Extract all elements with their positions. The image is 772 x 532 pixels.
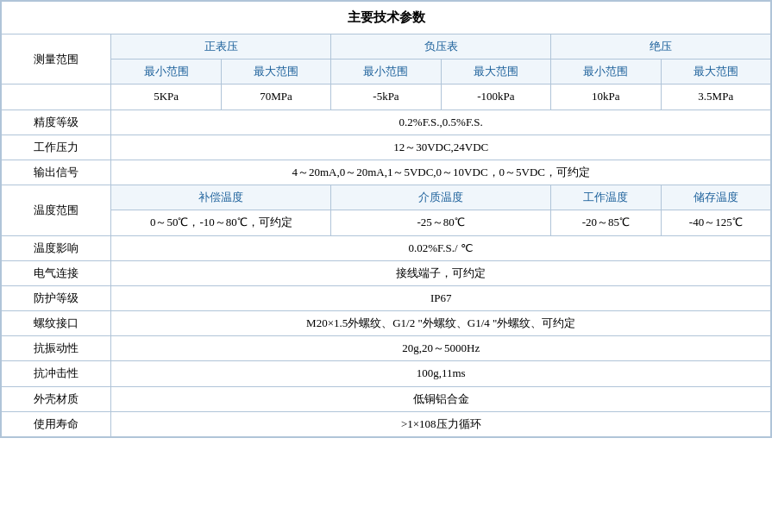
- output-signal-row: 输出信号 4～20mA,0～20mA,1～5VDC,0～10VDC，0～5VDC…: [2, 160, 771, 185]
- temp-effect-label: 温度影响: [2, 235, 111, 260]
- output-signal-label: 输出信号: [2, 160, 111, 185]
- measurement-range-label-spacer: [2, 84, 111, 110]
- medium-temp-value: -25～80℃: [331, 210, 551, 235]
- temperature-range-label: 温度范围: [2, 185, 111, 235]
- temp-effect-row: 温度影响 0.02%F.S./ ℃: [2, 235, 771, 260]
- abs-max-value: 3.5MPa: [661, 84, 770, 110]
- measurement-range-label: 测量范围: [2, 34, 111, 84]
- pos-max-value: 70MPa: [221, 84, 330, 110]
- negative-pressure-header: 负压表: [331, 34, 551, 59]
- working-temp-header: 工作温度: [551, 185, 661, 210]
- temp-effect-value: 0.02%F.S./ ℃: [111, 235, 771, 260]
- thread-value: M20×1.5外螺纹、G1/2 "外螺纹、G1/4 "外螺纹、可约定: [111, 311, 771, 336]
- neg-max-label: 最大范围: [441, 59, 550, 84]
- neg-min-label: 最小范围: [331, 59, 441, 84]
- housing-value: 低铜铝合金: [111, 386, 771, 411]
- neg-max-value: -100kPa: [441, 84, 550, 110]
- accuracy-row: 精度等级 0.2%F.S.,0.5%F.S.: [2, 110, 771, 135]
- working-pressure-label: 工作压力: [2, 135, 111, 160]
- working-pressure-value: 12～30VDC,24VDC: [111, 135, 771, 160]
- temp-values-row: 0～50℃，-10～80℃，可约定 -25～80℃ -20～85℃ -40～12…: [2, 210, 771, 235]
- pos-min-value: 5KPa: [111, 84, 221, 110]
- abs-max-label: 最大范围: [661, 59, 770, 84]
- pos-max-label: 最大范围: [221, 59, 330, 84]
- absolute-pressure-header: 绝压: [551, 34, 771, 59]
- protection-label: 防护等级: [2, 285, 111, 310]
- lifetime-row: 使用寿命 >1×108压力循环: [2, 411, 771, 436]
- vibration-value: 20g,20～5000Hz: [111, 336, 771, 361]
- protection-value: IP67: [111, 285, 771, 310]
- abs-min-value: 10kPa: [551, 84, 661, 110]
- storage-temp-header: 储存温度: [661, 185, 770, 210]
- measurement-values-row: 5KPa 70MPa -5kPa -100kPa 10kPa 3.5MPa: [2, 84, 771, 110]
- thread-label: 螺纹接口: [2, 311, 111, 336]
- abs-min-label: 最小范围: [551, 59, 661, 84]
- lifetime-value: >1×108压力循环: [111, 411, 771, 436]
- electrical-label: 电气连接: [2, 260, 111, 285]
- neg-min-value: -5kPa: [331, 84, 441, 110]
- vibration-label: 抗振动性: [2, 336, 111, 361]
- electrical-row: 电气连接 接线端子，可约定: [2, 260, 771, 285]
- positive-pressure-header: 正表压: [111, 34, 331, 59]
- working-temp-value: -20～85℃: [551, 210, 661, 235]
- shock-label: 抗冲击性: [2, 361, 111, 386]
- housing-label: 外壳材质: [2, 386, 111, 411]
- comp-temp-value: 0～50℃，-10～80℃，可约定: [111, 210, 331, 235]
- accuracy-label: 精度等级: [2, 110, 111, 135]
- accuracy-value: 0.2%F.S.,0.5%F.S.: [111, 110, 771, 135]
- temp-type-header: 温度范围 补偿温度 介质温度 工作温度 储存温度: [2, 185, 771, 210]
- thread-row: 螺纹接口 M20×1.5外螺纹、G1/2 "外螺纹、G1/4 "外螺纹、可约定: [2, 311, 771, 336]
- pressure-type-header: 测量范围 正表压 负压表 绝压: [2, 34, 771, 59]
- shock-value: 100g,11ms: [111, 361, 771, 386]
- working-pressure-row: 工作压力 12～30VDC,24VDC: [2, 135, 771, 160]
- storage-temp-value: -40～125℃: [661, 210, 770, 235]
- housing-row: 外壳材质 低铜铝合金: [2, 386, 771, 411]
- medium-temp-header: 介质温度: [331, 185, 551, 210]
- pos-min-label: 最小范围: [111, 59, 221, 84]
- shock-row: 抗冲击性 100g,11ms: [2, 361, 771, 386]
- title-row: 主要技术参数: [2, 2, 771, 34]
- output-signal-value: 4～20mA,0～20mA,1～5VDC,0～10VDC，0～5VDC，可约定: [111, 160, 771, 185]
- protection-row: 防护等级 IP67: [2, 285, 771, 310]
- vibration-row: 抗振动性 20g,20～5000Hz: [2, 336, 771, 361]
- compensation-temp-header: 补偿温度: [111, 185, 331, 210]
- min-max-header: 最小范围 最大范围 最小范围 最大范围 最小范围 最大范围: [2, 59, 771, 84]
- electrical-value: 接线端子，可约定: [111, 260, 771, 285]
- lifetime-label: 使用寿命: [2, 411, 111, 436]
- table-title: 主要技术参数: [2, 2, 771, 34]
